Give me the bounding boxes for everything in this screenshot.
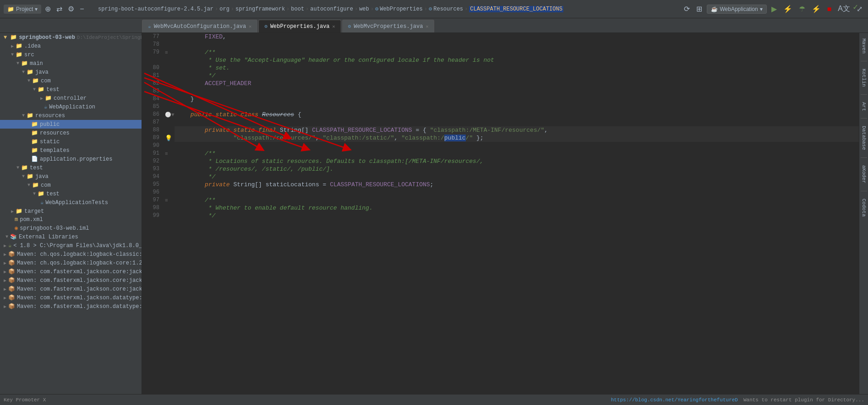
tab-close-1[interactable]: ✕ <box>249 24 251 29</box>
line-content: ACCEPT_HEADER <box>175 80 859 87</box>
panel-akoder[interactable]: aKoder <box>860 163 868 185</box>
coverage-button[interactable]: ☂ <box>797 4 807 14</box>
line-gutter <box>165 103 175 111</box>
sep8: › <box>464 6 468 12</box>
settings-button[interactable]: ⚙ <box>66 4 76 14</box>
run-config-dropdown[interactable]: ☕ WebApplication ▾ <box>707 5 766 14</box>
sidebar-item-logback-classic[interactable]: ▶ 📦 Maven: ch.qos.logback:logback-classi… <box>0 250 142 259</box>
refresh-button[interactable]: ⟳ <box>682 4 692 14</box>
panel-maven[interactable]: Maven <box>860 37 868 55</box>
breadcrumb-resources[interactable]: Resources <box>433 6 463 12</box>
project-label: Project <box>16 6 33 12</box>
stop-button[interactable]: ■ <box>825 4 834 14</box>
minimize-button[interactable]: − <box>78 4 86 14</box>
folder-icon-ti: 📁 <box>38 190 44 197</box>
sidebar-item-public[interactable]: 📁 public <box>0 120 142 129</box>
breadcrumb-springframework[interactable]: springframework <box>235 6 285 12</box>
sidebar-item-templates[interactable]: 📁 templates <box>0 146 142 155</box>
table-row: 79 ≡ /** <box>142 49 859 56</box>
line-content <box>175 142 859 150</box>
sidebar-item-external-libs[interactable]: ▼ 📚 External Libraries <box>0 232 142 241</box>
breadcrumb-jar[interactable]: spring-boot-autoconfigure-2.4.5.jar <box>98 6 213 12</box>
tab-webmvcproperties[interactable]: ⚙ WebMvcProperties.java ✕ <box>342 20 435 32</box>
table-row: 89 💡 "classpath:/resources/", "classpath… <box>142 134 859 142</box>
top-bar-left: 📁 Project ▾ ⊕ ⇄ ⚙ − <box>4 4 95 14</box>
breadcrumb-boot[interactable]: boot <box>291 6 304 12</box>
sidebar-item-target[interactable]: ▶ 📁 target <box>0 207 142 216</box>
sidebar-item-test-src[interactable]: ▼ 📁 test <box>0 163 142 172</box>
static-label: static <box>40 139 60 145</box>
table-row: 91 ≡ /** <box>142 150 859 157</box>
sidebar-item-webapptests[interactable]: ☕ WebApplicationTests <box>0 198 142 207</box>
sidebar-item-test-pkg[interactable]: ▼ 📁 test <box>0 85 142 94</box>
sidebar-item-resources[interactable]: ▼ 📁 resources <box>0 111 142 120</box>
project-button[interactable]: 📁 Project ▾ <box>4 5 41 14</box>
sidebar-item-jdk[interactable]: ▶ ☕ < 1.8 > C:\Program Files\Java\jdk1.8… <box>0 241 142 250</box>
profile-button[interactable]: ⚡ <box>810 4 823 14</box>
translate-button[interactable]: A文 <box>836 3 852 15</box>
sidebar-item-main[interactable]: ▼ 📁 main <box>0 59 142 68</box>
debug-button[interactable]: ⚡ <box>781 4 794 14</box>
line-content: } <box>175 95 859 103</box>
add-config-button[interactable]: ⊞ <box>694 4 704 14</box>
sidebar-item-idea[interactable]: ▶ 📁 .idea <box>0 42 142 50</box>
breadcrumb-web[interactable]: web <box>359 6 369 12</box>
sidebar-item-test-inner[interactable]: ▼ 📁 test <box>0 189 142 198</box>
sidebar-item-test-com[interactable]: ▼ 📁 com <box>0 181 142 189</box>
lightbulb-icon[interactable]: 💡 <box>165 135 172 142</box>
panel-codota[interactable]: Codota <box>860 197 868 219</box>
sidebar-item-jackson-annot[interactable]: ▶ 📦 Maven: com.fasterxml.jackson.core:ja… <box>0 267 142 276</box>
line-gutter <box>165 212 175 220</box>
line-number: 90 <box>142 142 165 150</box>
sidebar-item-jackson-core[interactable]: ▶ 📦 Maven: com.fasterxml.jackson.core:ja… <box>0 276 142 285</box>
tab-close-3[interactable]: ✕ <box>426 24 428 29</box>
breadcrumb-autoconfigure[interactable]: autoconfigure <box>310 6 353 12</box>
sidebar-item-iml[interactable]: ◉ springboot-03-web.iml <box>0 224 142 232</box>
sidebar-item-jackson-datab[interactable]: ▶ 📦 Maven: com.fasterxml.jackson.core:ja… <box>0 285 142 293</box>
main-label: main <box>30 60 43 67</box>
panel-kotlin[interactable]: Kotlin <box>860 67 868 89</box>
status-link[interactable]: https://blog.csdn.net/Yearingforthefutur… <box>611 397 738 403</box>
sidebar-item-com[interactable]: ▼ 📁 com <box>0 76 142 85</box>
chevron-down-icon: ▾ <box>35 6 38 12</box>
new-scratch-button[interactable]: ⊕ <box>43 4 53 14</box>
run-button[interactable]: ▶ <box>770 4 779 14</box>
sidebar-item-src[interactable]: ▼ 📁 src <box>0 50 142 59</box>
sep2: › <box>231 6 234 12</box>
idea-label: .idea <box>24 43 41 49</box>
breadcrumb-org[interactable]: org <box>219 6 229 12</box>
sidebar-item-app-props[interactable]: 📄 application.properties <box>0 155 142 163</box>
split-button[interactable]: ⇄ <box>55 4 64 14</box>
top-bar: 📁 Project ▾ ⊕ ⇄ ⚙ − spring-boot-autoconf… <box>0 0 868 18</box>
panel-database[interactable]: Database <box>860 124 868 152</box>
code-editor[interactable]: 77 FIXED, 78 79 ≡ /** <box>142 33 859 394</box>
sidebar-item-jackson-dt1[interactable]: ▶ 📦 Maven: com.fasterxml.jackson.datatyp… <box>0 293 142 302</box>
panel-art[interactable]: Art <box>860 100 868 113</box>
line-content: public static class Resources { <box>175 111 859 119</box>
line-number: 81 <box>142 72 165 80</box>
sidebar-item-controller[interactable]: ▶ 📁 controller <box>0 94 142 103</box>
gutter-fold[interactable]: ▼ <box>171 112 175 118</box>
breadcrumb-webproperties[interactable]: WebProperties <box>380 6 423 12</box>
sidebar-item-jackson-dt2[interactable]: ▶ 📦 Maven: com.fasterxml.jackson.datatyp… <box>0 302 142 311</box>
sidebar-item-static[interactable]: 📁 static <box>0 137 142 146</box>
folder-icon-idea: 📁 <box>16 43 22 49</box>
sidebar-item-test-java[interactable]: ▼ 📁 java <box>0 172 142 181</box>
sidebar-item-pom[interactable]: m pom.xml <box>0 216 142 224</box>
sidebar-item-java[interactable]: ▼ 📁 java <box>0 68 142 76</box>
gutter-breakpoint[interactable]: ⚪ <box>165 112 171 118</box>
tab-close-2[interactable]: ✕ <box>333 24 335 29</box>
arrow-down-ti: ▼ <box>33 191 36 196</box>
src-label: src <box>24 52 34 58</box>
breadcrumb-classpath: CLASSPATH_RESOURCE_LOCATIONS <box>469 6 563 12</box>
line-number: 83 <box>142 87 165 95</box>
sidebar-item-webapplication[interactable]: ☕ WebApplication <box>0 103 142 111</box>
sidebar-item-resources-dir[interactable]: 📁 resources <box>0 129 142 137</box>
java-file-icon-wa: ☕ <box>44 103 47 110</box>
com-label: com <box>41 78 51 84</box>
tab-webproperties[interactable]: ⚙ WebProperties.java ✕ <box>258 20 341 32</box>
line-content <box>175 189 859 196</box>
tab-webmvc-auto[interactable]: ☕ WebMvcAutoConfiguration.java ✕ <box>142 20 257 32</box>
sidebar-item-logback-core[interactable]: ▶ 📦 Maven: ch.qos.logback:logback-core:1… <box>0 259 142 267</box>
sidebar-project-root[interactable]: ▼ 📁 springboot-03-web D:\IdeaProject\Spr… <box>0 33 142 42</box>
